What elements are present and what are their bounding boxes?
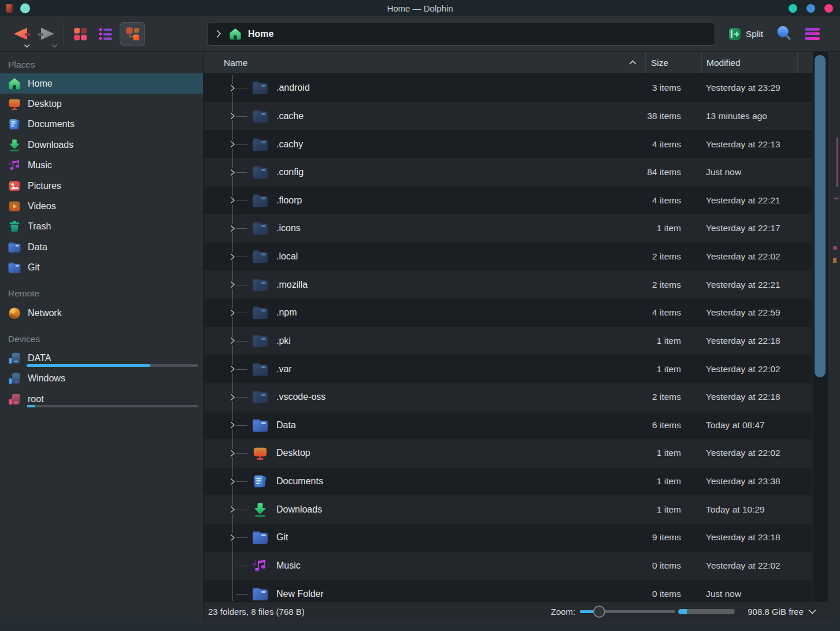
file-row[interactable]: Git9 itemsYesterday at 23:18 <box>203 524 812 552</box>
expand-chevron-icon[interactable] <box>230 337 236 345</box>
expand-chevron-icon[interactable] <box>230 309 236 317</box>
expand-chevron-icon[interactable] <box>230 477 236 485</box>
sidebar-item-network[interactable]: Network <box>0 303 203 323</box>
location-bar[interactable]: Home <box>208 22 715 46</box>
expand-chevron-icon[interactable] <box>230 281 236 289</box>
tree-branch <box>236 453 247 454</box>
back-button[interactable] <box>9 23 31 46</box>
column-header-size[interactable]: Size <box>646 52 701 73</box>
network-icon <box>8 306 21 320</box>
file-modified: Yesterday at 22:59 <box>706 307 780 318</box>
window-title: Home — Dolphin <box>0 3 840 13</box>
sidebar-item-home[interactable]: Home <box>0 73 203 94</box>
file-row[interactable]: Downloads1 itemToday at 10:29 <box>203 495 812 524</box>
scrollbar-thumb[interactable] <box>815 55 826 377</box>
sidebar-item-videos[interactable]: Videos <box>0 196 203 216</box>
sidebar-item-label: Git <box>28 262 39 273</box>
file-modified: Yesterday at 22:02 <box>706 364 780 374</box>
compact-view-button[interactable] <box>94 22 117 46</box>
file-row[interactable]: .icons1 itemYesterday at 22:17 <box>203 214 812 243</box>
titlebar: Home — Dolphin <box>0 0 840 16</box>
sidebar-item-data[interactable]: DATA <box>0 348 203 368</box>
expand-chevron-icon[interactable] <box>230 224 236 232</box>
file-row[interactable]: .android3 itemsYesterday at 23:29 <box>203 74 812 102</box>
free-space-chevron-icon[interactable] <box>808 608 817 615</box>
icons-view-button[interactable] <box>69 22 92 46</box>
sidebar-item-downloads[interactable]: Downloads <box>0 135 203 155</box>
window-bottom-edge <box>0 622 840 631</box>
details-view-button[interactable] <box>120 22 145 46</box>
folder-icon <box>8 261 21 274</box>
expand-chevron-icon[interactable] <box>230 168 236 176</box>
file-name: Data <box>276 420 296 430</box>
file-row[interactable]: Documents1 itemYesterday at 23:38 <box>203 467 812 496</box>
expand-chevron-icon[interactable] <box>230 533 236 541</box>
file-row[interactable]: Music0 itemsYesterday at 22:02 <box>203 552 812 580</box>
sidebar-item-git[interactable]: Git <box>0 258 203 278</box>
file-row[interactable]: New Folder0 itemsJust now <box>203 580 812 601</box>
file-size: 0 items <box>652 589 681 599</box>
sidebar-item-root[interactable]: root <box>0 389 203 409</box>
forward-button[interactable] <box>37 23 59 46</box>
breadcrumb[interactable]: Home <box>228 27 273 41</box>
sidebar-item-trash[interactable]: Trash <box>0 217 203 237</box>
expand-chevron-icon[interactable] <box>230 421 236 429</box>
window-button-minimize[interactable] <box>789 4 797 13</box>
zoom-slider-handle[interactable] <box>593 606 605 618</box>
file-row[interactable]: Data6 itemsToday at 08:47 <box>203 411 812 440</box>
file-row[interactable]: .npm4 itemsYesterday at 22:59 <box>203 299 812 327</box>
file-name: .pki <box>276 336 291 346</box>
expand-chevron-icon[interactable] <box>230 140 236 149</box>
file-size: 9 items <box>652 532 681 543</box>
sidebar-item-documents[interactable]: Documents <box>0 114 203 135</box>
file-name: .floorp <box>276 195 302 206</box>
window-button-maximize[interactable] <box>806 4 815 13</box>
expand-chevron-icon[interactable] <box>230 253 236 261</box>
sidebar-item-desktop[interactable]: Desktop <box>0 94 203 114</box>
back-dropdown-chevron-icon[interactable] <box>24 44 30 48</box>
sidebar-item-windows[interactable]: Windows <box>0 369 203 389</box>
file-row[interactable]: .local2 itemsYesterday at 22:02 <box>203 243 812 271</box>
file-row[interactable]: .var1 itemYesterday at 22:02 <box>203 355 812 383</box>
file-name: .icons <box>276 223 301 233</box>
zoom-slider[interactable] <box>580 606 675 618</box>
file-row[interactable]: .config84 itemsJust now <box>203 158 812 187</box>
hamburger-menu-button[interactable] <box>805 28 820 39</box>
sidebar-item-music[interactable]: Music <box>0 155 203 176</box>
file-row[interactable]: .cache38 items13 minutes ago <box>203 102 812 131</box>
expand-chevron-icon[interactable] <box>230 196 236 205</box>
file-row[interactable]: .cachy4 itemsYesterday at 22:13 <box>203 130 812 158</box>
file-row[interactable]: .vscode-oss2 itemsYesterday at 22:18 <box>203 383 812 411</box>
file-size: 4 items <box>652 307 681 318</box>
tree-branch <box>236 116 247 117</box>
expand-chevron-icon[interactable] <box>230 449 236 457</box>
breadcrumb-location: Home <box>248 29 273 39</box>
desktop-icon <box>251 445 269 461</box>
drive-icon <box>8 351 21 365</box>
expand-chevron-icon[interactable] <box>230 506 236 514</box>
sidebar-item-pictures[interactable]: Pictures <box>0 176 203 196</box>
sidebar-item-data[interactable]: Data <box>0 237 203 257</box>
file-row[interactable]: .pki1 itemYesterday at 22:18 <box>203 327 812 355</box>
tree-branch <box>236 201 247 201</box>
file-modified: Yesterday at 23:18 <box>706 532 780 543</box>
column-header-modified[interactable]: Modified <box>702 52 797 73</box>
expand-chevron-icon[interactable] <box>230 84 236 92</box>
expand-chevron-icon[interactable] <box>230 365 236 373</box>
documents-icon <box>8 117 21 131</box>
drive-windows-icon <box>8 372 21 385</box>
file-row[interactable]: .mozilla2 itemsYesterday at 22:21 <box>203 270 812 299</box>
folder-hidden-icon <box>251 333 269 349</box>
search-button[interactable] <box>776 25 792 43</box>
split-button[interactable]: Split <box>728 27 763 41</box>
tree-branch <box>236 172 247 173</box>
scrollbar-track[interactable] <box>813 52 828 601</box>
expand-chevron-icon[interactable] <box>230 393 236 401</box>
file-size: 38 items <box>647 111 681 121</box>
column-header-name[interactable]: Name <box>203 52 645 73</box>
forward-dropdown-chevron-icon[interactable] <box>51 44 58 48</box>
expand-chevron-icon[interactable] <box>230 112 236 120</box>
file-row[interactable]: .floorp4 itemsYesterday at 22:21 <box>203 187 812 215</box>
file-row[interactable]: Desktop1 itemYesterday at 22:02 <box>203 439 812 467</box>
window-button-close[interactable] <box>824 4 833 13</box>
